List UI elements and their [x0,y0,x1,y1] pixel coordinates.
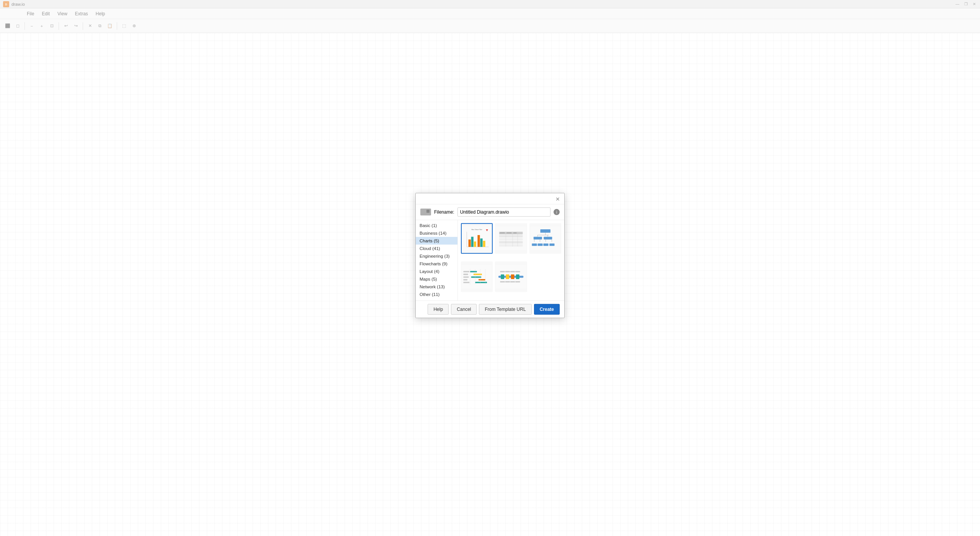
svg-rect-18 [499,238,523,240]
svg-rect-62 [511,275,514,279]
svg-rect-30 [544,237,552,239]
category-maps[interactable]: Maps (5) [416,275,457,283]
svg-rect-14 [483,241,485,247]
category-software[interactable]: Software (8) [416,298,457,301]
disk-icon [420,208,431,216]
svg-rect-24 [500,232,505,234]
svg-rect-29 [533,237,542,239]
category-flowcharts[interactable]: Flowcharts (9) [416,260,457,268]
svg-rect-32 [537,243,542,246]
category-engineering[interactable]: Engineering (3) [416,252,457,260]
svg-rect-10 [471,237,474,247]
svg-rect-47 [463,279,467,281]
svg-rect-26 [513,232,517,234]
svg-rect-25 [507,232,512,234]
svg-rect-46 [463,276,469,278]
category-network[interactable]: Network (13) [416,283,457,291]
template-org-chart[interactable] [529,223,561,254]
svg-rect-60 [501,275,505,279]
svg-rect-48 [463,282,469,283]
svg-rect-19 [499,241,523,243]
new-diagram-dialog: ✕ Filename: i Basic (1) Business (14) Ch… [415,193,565,318]
svg-rect-20 [499,244,523,247]
svg-rect-71 [515,281,520,283]
svg-rect-28 [540,229,550,233]
template-table[interactable] [495,223,527,254]
dialog-footer: Help Cancel From Template URL Create [416,301,564,318]
svg-rect-66 [510,271,515,273]
create-button[interactable]: Create [534,304,560,315]
svg-rect-69 [505,281,510,283]
svg-rect-49 [470,271,477,273]
dialog-close-button[interactable]: ✕ [554,196,561,203]
svg-rect-52 [479,279,485,281]
svg-rect-51 [471,276,481,278]
svg-rect-61 [506,275,510,279]
template-grid: Bar Chart Title [458,220,564,301]
category-other[interactable]: Other (11) [416,291,457,298]
dialog-header: ✕ [416,193,564,204]
svg-rect-31 [532,243,537,246]
cancel-button[interactable]: Cancel [451,304,477,315]
svg-rect-17 [499,235,523,237]
svg-rect-34 [549,243,554,246]
svg-rect-33 [543,243,548,246]
svg-rect-50 [474,274,482,275]
svg-text:Bar Chart Title: Bar Chart Title [472,229,483,230]
filename-label: Filename: [434,209,454,215]
svg-rect-44 [463,271,469,273]
info-icon[interactable]: i [554,209,560,215]
template-bar-chart[interactable]: Bar Chart Title [461,223,493,254]
help-button[interactable]: Help [428,304,449,315]
category-business[interactable]: Business (14) [416,229,457,237]
dialog-body: Basic (1) Business (14) Charts (5) Cloud… [416,220,564,301]
svg-rect-67 [515,271,520,273]
svg-rect-64 [500,271,505,273]
svg-rect-9 [469,239,471,247]
svg-rect-13 [480,239,482,247]
svg-rect-70 [510,281,515,283]
svg-rect-68 [500,281,505,283]
svg-rect-65 [505,271,510,273]
svg-rect-45 [463,274,468,275]
svg-rect-12 [477,235,480,247]
svg-rect-63 [516,275,519,279]
category-list: Basic (1) Business (14) Charts (5) Cloud… [416,220,458,301]
template-gantt[interactable] [461,261,493,292]
category-layout[interactable]: Layout (4) [416,268,457,275]
category-basic[interactable]: Basic (1) [416,222,457,229]
category-charts[interactable]: Charts (5) [416,237,457,245]
template-timeline[interactable] [495,261,527,292]
category-cloud[interactable]: Cloud (41) [416,245,457,252]
from-template-url-button[interactable]: From Template URL [479,304,531,315]
svg-rect-11 [474,242,476,247]
filename-input[interactable] [457,208,550,217]
filename-row: Filename: i [416,204,564,220]
